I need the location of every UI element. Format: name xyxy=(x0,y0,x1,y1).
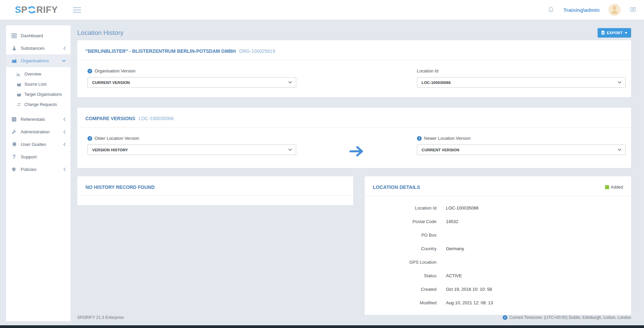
sidebar-item-organisations[interactable]: Organisations xyxy=(6,54,71,67)
app-window: SP RIFY xyxy=(0,0,644,328)
logo-letters-rify: RIFY xyxy=(36,5,58,15)
sidebar-item-user-guides[interactable]: User Guides xyxy=(6,138,71,151)
sidebar-item-label: Dashboard xyxy=(21,33,66,38)
location-id-select[interactable]: LOC-100035066 xyxy=(417,77,626,88)
app-version-text: SPORIFY 21.3 Enterprise xyxy=(77,315,124,320)
sidebar-item-administration[interactable]: Administration xyxy=(6,126,71,138)
wrench-icon xyxy=(11,129,17,134)
sidebar-item-label: Referentials xyxy=(21,117,63,122)
detail-label: Country xyxy=(365,246,437,251)
caret-down-icon xyxy=(625,32,627,34)
info-icon[interactable]: i xyxy=(87,136,92,141)
location-id-value: LOC-100035066 xyxy=(422,81,451,85)
bar-chart-icon xyxy=(16,72,21,76)
detail-row-country: Country Germany xyxy=(365,242,623,255)
timezone-text: Current Timezone: (UTC+00:00) Dublin, Ed… xyxy=(509,315,631,320)
organisation-id: ORG-100025819 xyxy=(239,48,275,54)
user-avatar[interactable] xyxy=(608,4,621,16)
info-icon[interactable]: i xyxy=(417,136,422,141)
older-version-value: VERSION HISTORY xyxy=(92,148,128,152)
dashboard-grid-icon xyxy=(11,33,17,38)
chevron-left-icon xyxy=(63,168,66,171)
organisation-version-value: CURRENT VERSION xyxy=(92,81,130,85)
sidebar-item-overview[interactable]: Overview xyxy=(6,69,71,79)
feedback-chat-icon[interactable] xyxy=(629,6,637,13)
shield-icon xyxy=(11,167,17,172)
newer-version-select[interactable]: CURRENT VERSION xyxy=(417,145,626,155)
book-icon xyxy=(11,142,17,147)
added-color-swatch xyxy=(605,185,609,189)
organisation-version-select[interactable]: CURRENT VERSION xyxy=(87,77,296,88)
user-menu[interactable]: Training\admin xyxy=(563,7,600,13)
chevron-left-icon xyxy=(63,46,66,50)
added-legend: Added xyxy=(605,185,623,190)
location-id-label: Location Id xyxy=(417,68,439,73)
location-details-title: LOCATION DETAILS xyxy=(373,184,420,190)
select-chevron-icon xyxy=(618,81,621,84)
detail-value: Germany xyxy=(446,246,623,251)
compare-arrow-icon xyxy=(296,136,417,155)
list-panel-icon xyxy=(11,117,17,122)
sidebar-item-source-lists[interactable]: Source Lists xyxy=(6,79,71,89)
timezone-info-icon: i xyxy=(503,315,507,320)
chevron-left-icon xyxy=(63,143,66,146)
sidebar-item-label: Support xyxy=(21,154,66,159)
detail-value: ACTIVE xyxy=(446,273,623,278)
sidebar-item-dashboard[interactable]: Dashboard xyxy=(6,29,71,42)
factory-icon xyxy=(11,58,17,63)
detail-row-postal-code: Postal Code 14532 xyxy=(365,215,623,228)
sidebar-item-label: Change Requests xyxy=(24,102,57,107)
sidebar-item-change-requests[interactable]: Change Requests xyxy=(6,100,71,110)
location-details-card: LOCATION DETAILS Added Location Id LOC-1… xyxy=(365,176,631,315)
sidebar-item-policies[interactable]: Policies xyxy=(6,163,71,176)
flask-icon xyxy=(11,46,17,51)
chevron-left-icon xyxy=(63,117,66,121)
detail-row-gps-location: GPS Location xyxy=(365,255,623,269)
info-icon[interactable]: i xyxy=(87,69,92,73)
export-button-label: EXPORT xyxy=(607,31,623,35)
logo-refresh-o-icon xyxy=(27,6,36,14)
sidebar-item-label: Overview xyxy=(24,72,41,76)
sidebar-item-label: Policies xyxy=(21,167,63,172)
detail-row-status: Status ACTIVE xyxy=(365,269,623,282)
detail-row-po-box: PO Box xyxy=(365,228,623,242)
sidebar-item-label: User Guides xyxy=(21,142,63,147)
no-history-card: NO HISTORY RECORD FOUND xyxy=(77,176,353,205)
organisation-card: "BERLINBLISTER" - BLISTERZENTRUM BERLIN-… xyxy=(77,40,631,97)
detail-label: Modified xyxy=(365,300,437,305)
sidebar-item-referentials[interactable]: Referentials xyxy=(6,113,71,126)
factory-icon xyxy=(16,82,21,87)
sidebar-item-label: Substances xyxy=(21,46,63,51)
sidebar-item-label: Administration xyxy=(21,129,63,134)
logo-letter-p: P xyxy=(21,5,28,15)
select-chevron-icon xyxy=(618,149,621,151)
sidebar-item-support[interactable]: ? Support xyxy=(6,151,71,163)
detail-value: Aug 10, 2021 12: 08: 13 xyxy=(446,300,623,305)
detail-label: Status xyxy=(365,273,437,278)
compare-versions-card: COMPARE VERSIONS LOC-100035066 i Older L… xyxy=(77,108,631,168)
sporify-logo[interactable]: SP RIFY xyxy=(15,5,58,15)
organisations-submenu: Overview Source Lists Target Organisatio… xyxy=(6,67,71,113)
detail-value: 14532 xyxy=(446,219,623,224)
main-content: Location History EXPORT "BERLINBLISTER" … xyxy=(77,25,637,323)
sidebar-item-label: Target Organisations xyxy=(24,92,62,97)
detail-row-location-id: Location Id LOC-100035066 xyxy=(365,201,623,215)
newer-version-value: CURRENT VERSION xyxy=(422,148,459,152)
chevron-left-icon xyxy=(63,130,66,134)
detail-label: PO Box xyxy=(365,233,437,238)
menu-toggle-icon[interactable] xyxy=(72,6,82,14)
logo-letter-s: S xyxy=(15,5,21,15)
newer-version-label: Newer Location Version xyxy=(424,136,470,141)
compare-versions-title: COMPARE VERSIONS xyxy=(85,116,135,121)
detail-label: Location Id xyxy=(365,205,437,211)
older-version-select[interactable]: VERSION HISTORY xyxy=(87,145,296,155)
older-version-label: Older Location Version xyxy=(95,136,139,141)
export-button[interactable]: EXPORT xyxy=(598,28,631,38)
sidebar-item-label: Source Lists xyxy=(24,82,47,87)
sidebar-item-target-organisations[interactable]: Target Organisations xyxy=(6,89,71,100)
notifications-bell-icon[interactable] xyxy=(547,6,555,14)
sidebar-item-substances[interactable]: Substances xyxy=(6,42,71,54)
organisation-version-label: Organisation Version xyxy=(95,68,136,73)
swap-arrows-icon xyxy=(16,103,21,107)
detail-label: GPS Location xyxy=(365,260,437,265)
